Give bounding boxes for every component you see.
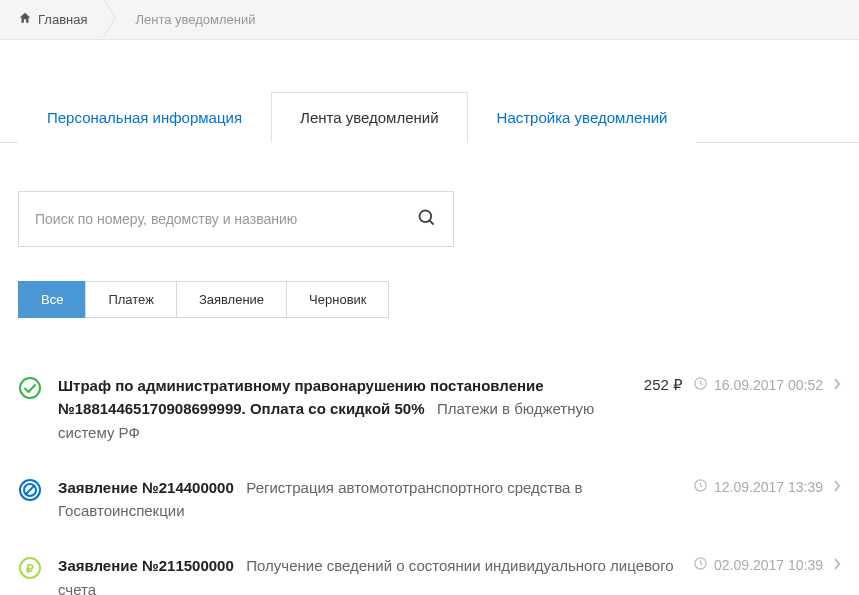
svg-point-0 (420, 210, 432, 222)
search-input[interactable] (35, 211, 417, 227)
filter-payment[interactable]: Платеж (85, 281, 176, 318)
filter-draft[interactable]: Черновик (286, 281, 389, 318)
filter-application[interactable]: Заявление (176, 281, 287, 318)
svg-line-6 (26, 485, 35, 494)
search-icon[interactable] (417, 208, 437, 231)
svg-line-1 (430, 220, 434, 224)
item-title: Заявление №214400000 (58, 479, 234, 496)
clock-icon (693, 478, 708, 496)
tab-personal-info[interactable]: Персональная информация (18, 92, 271, 143)
breadcrumb-home-label: Главная (38, 12, 87, 27)
item-body: Заявление №211500000 Получение сведений … (58, 554, 677, 595)
item-body: Штраф по административному правонарушени… (58, 374, 628, 444)
check-circle-icon (18, 376, 42, 400)
search-box (18, 191, 454, 247)
item-meta: 02.09.2017 10:39 (693, 556, 841, 574)
breadcrumb: Главная Лента уведомлений (0, 0, 859, 40)
item-date: 16.09.2017 00:52 (693, 376, 823, 394)
svg-text:₽: ₽ (26, 562, 34, 576)
breadcrumb-home[interactable]: Главная (18, 11, 103, 28)
tabs: Персональная информация Лента уведомлени… (0, 92, 859, 143)
item-body: Заявление №214400000 Регистрация автомот… (58, 476, 677, 523)
item-meta: 252 ₽ 16.09.2017 00:52 (644, 376, 841, 394)
filter-all[interactable]: Все (18, 281, 86, 318)
item-meta: 12.09.2017 13:39 (693, 478, 841, 496)
chevron-right-icon (833, 377, 841, 393)
clock-icon (693, 376, 708, 394)
item-amount: 252 ₽ (644, 376, 683, 394)
denied-circle-icon (18, 478, 42, 502)
chevron-right-icon (833, 479, 841, 495)
filter-group: Все Платеж Заявление Черновик (18, 281, 841, 318)
tab-notification-settings[interactable]: Настройка уведомлений (468, 92, 697, 143)
svg-point-2 (20, 378, 40, 398)
ruble-circle-icon: ₽ (18, 556, 42, 580)
home-icon (18, 11, 32, 28)
list-item[interactable]: Заявление №214400000 Регистрация автомот… (18, 460, 841, 539)
list-item[interactable]: Штраф по административному правонарушени… (18, 358, 841, 460)
list-item[interactable]: ₽ Заявление №211500000 Получение сведени… (18, 538, 841, 595)
item-date: 12.09.2017 13:39 (693, 478, 823, 496)
breadcrumb-current: Лента уведомлений (123, 12, 255, 27)
breadcrumb-separator-icon (103, 0, 119, 41)
item-date: 02.09.2017 10:39 (693, 556, 823, 574)
item-title: Заявление №211500000 (58, 557, 234, 574)
chevron-right-icon (833, 557, 841, 573)
clock-icon (693, 556, 708, 574)
tab-notification-feed[interactable]: Лента уведомлений (271, 92, 468, 143)
notification-list: Штраф по административному правонарушени… (0, 318, 859, 595)
